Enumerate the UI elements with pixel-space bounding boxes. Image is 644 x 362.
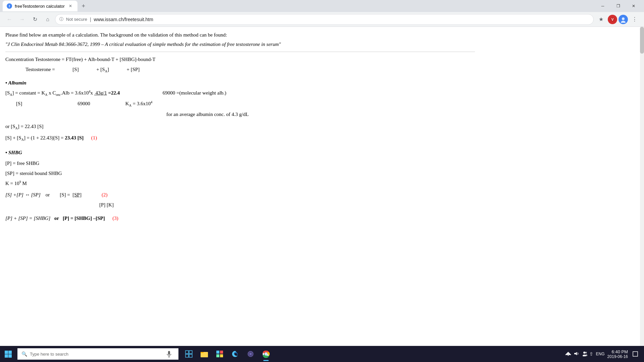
shbg-eq-num3: (3) <box>112 216 118 221</box>
shbg-italic-eq: [S] +[P] ↔ [SP] <box>5 192 41 197</box>
restore-button[interactable]: ❐ <box>610 1 626 11</box>
shbg-k-line: K = 109 M <box>5 179 475 187</box>
formula-testosterone: Testosterone = [S] + [SA] + [SP] <box>25 65 475 74</box>
svg-point-30 <box>583 352 585 354</box>
volume-icon[interactable] <box>573 351 579 357</box>
formula-s: [S] <box>72 67 78 72</box>
formula-conc-text: Concentration Testosterone = FT(free) + … <box>5 57 155 62</box>
shbg-p-def: [P] = free SHBG <box>5 159 475 167</box>
people-icon[interactable] <box>581 351 587 357</box>
time-display: 6:40 PM <box>607 349 628 354</box>
albumin-eq2-a-sub: A <box>21 138 24 141</box>
albumin-for-text: for an average albumin conc. of 4.3 g/dL <box>166 112 249 117</box>
albumin-a-sub: A <box>10 93 12 97</box>
scrollbar[interactable] <box>640 27 644 346</box>
shbg-k-exp: 9 <box>19 180 21 184</box>
edge-icon <box>230 349 240 359</box>
shbg-sp-def-text: [SP] = steroid bound SHBG <box>5 171 62 176</box>
shbg-total-line: [P] + [SP] = [SHBG] or [P] = [SHBG] –[SP… <box>5 214 475 222</box>
address-bar[interactable]: ⓘ Not secure | www.issam.ch/freetesuit.h… <box>55 14 594 25</box>
time-date-display[interactable]: 6:40 PM 2019-06-16 <box>607 349 628 359</box>
close-button[interactable]: ✕ <box>626 1 641 11</box>
albumin-for-line: for an average albumin conc. of 4.3 g/dL <box>166 110 475 118</box>
divider <box>5 52 475 52</box>
svg-rect-21 <box>216 354 219 357</box>
albumin-s-bracket: [S] <box>16 101 22 106</box>
back-button[interactable]: ← <box>4 14 15 25</box>
notification-button[interactable] <box>631 349 640 359</box>
taskbar-app-taskview[interactable] <box>181 346 197 362</box>
start-button[interactable] <box>0 346 16 362</box>
svg-rect-11 <box>168 351 170 355</box>
search-placeholder-text: Type here to search <box>30 352 68 357</box>
security-icon: ⓘ <box>59 16 63 22</box>
new-tab-button[interactable]: + <box>79 1 88 11</box>
content-area: Please find below an example of a calcul… <box>5 31 475 222</box>
svg-rect-14 <box>185 351 189 354</box>
svg-rect-10 <box>8 354 12 358</box>
chrome-icon <box>261 349 271 359</box>
extension-icon[interactable]: V <box>608 15 617 24</box>
shbg-pk-line: [P] [K] <box>99 201 475 209</box>
window-controls: ─ ❐ ✕ <box>595 1 641 11</box>
svg-rect-9 <box>5 354 8 358</box>
albumin-conc-sub: onc <box>56 93 61 97</box>
search-icon: 🔍 <box>21 351 27 357</box>
home-button[interactable]: ⌂ <box>42 14 53 25</box>
taskbar-app-store[interactable] <box>212 346 227 362</box>
scrollbar-thumb[interactable] <box>640 27 644 54</box>
albumin-43g: 43g/1 <box>94 90 107 96</box>
intro-paragraph: Please find below an example of a calcul… <box>5 31 475 39</box>
menu-button[interactable]: ⋮ <box>629 14 640 25</box>
task-view-icon <box>184 349 194 359</box>
system-tray: ⇧ <box>565 351 593 357</box>
svg-point-25 <box>249 353 252 355</box>
formula-test-text: Testosterone = <box>25 67 55 72</box>
taskbar-app-explorer[interactable] <box>197 346 212 362</box>
file-explorer-icon <box>200 349 209 359</box>
forward-button[interactable]: → <box>17 14 28 25</box>
albumin-s-row: [S] 69000 KA = 3.6x104 <box>16 100 475 108</box>
microphone-button[interactable] <box>164 349 174 359</box>
minimize-button[interactable]: ─ <box>595 1 610 11</box>
shbg-title: • SHBG <box>5 150 22 155</box>
svg-rect-34 <box>633 352 638 356</box>
albumin-equation1: [SA] = constant = KA x Conc.Alb = 3.6x10… <box>5 89 475 98</box>
albumin-ka2-sub: A <box>129 104 131 107</box>
taskbar-app-obs[interactable] <box>243 346 258 362</box>
chevron-up-icon[interactable]: ⇧ <box>589 351 593 357</box>
tab-close-button[interactable]: ✕ <box>67 3 73 9</box>
svg-rect-7 <box>5 351 8 354</box>
svg-text:V: V <box>611 18 614 21</box>
tab-favicon: f <box>7 3 12 9</box>
albumin-or-line: or [SA] = 22.43 [S] <box>5 122 475 131</box>
profile-button[interactable] <box>619 15 628 24</box>
svg-rect-8 <box>8 351 12 354</box>
browser-tab[interactable]: f freeTestosteron calculator ✕ <box>3 1 77 11</box>
svg-point-29 <box>568 355 569 356</box>
taskbar-app-chrome[interactable] <box>258 346 274 362</box>
albumin-69000-eq: 69000 =(molecular weight alb.) <box>163 90 226 96</box>
taskbar-search-bar[interactable]: 🔍 Type here to search <box>17 348 178 360</box>
svg-rect-16 <box>185 354 189 357</box>
albumin-exp4: 4 <box>89 89 90 93</box>
svg-point-5 <box>622 17 625 20</box>
navigation-toolbar: ← → ↻ ⌂ ⓘ Not secure | www.issam.ch/free… <box>0 12 644 27</box>
shbg-total-italic: [P] + [SP] = [SHBG] <box>5 216 50 221</box>
title-bar: f freeTestosteron calculator ✕ + ─ ❐ ✕ <box>0 0 644 12</box>
albumin-title: • Albumin <box>5 80 26 85</box>
reference-text: "J Clin Endocrinol Metab 84:3666-3672, 1… <box>5 42 281 47</box>
shbg-sp-def: [SP] = steroid bound SHBG <box>5 169 475 177</box>
bookmark-button[interactable]: ★ <box>596 14 606 25</box>
shbg-section: • SHBG <box>5 148 475 157</box>
svg-rect-20 <box>220 351 223 354</box>
reload-button[interactable]: ↻ <box>30 14 40 25</box>
obs-icon <box>246 349 255 359</box>
url-text: www.issam.ch/freetesuit.htm <box>94 17 153 22</box>
albumin-ka-sub: A <box>45 93 47 97</box>
taskbar-app-edge[interactable] <box>227 346 243 362</box>
network-icon[interactable] <box>565 351 571 357</box>
date-display: 2019-06-16 <box>607 354 628 359</box>
shbg-p-def-text: [P] = free SHBG <box>5 161 39 166</box>
albumin-ka2-exp: 4 <box>151 100 152 104</box>
